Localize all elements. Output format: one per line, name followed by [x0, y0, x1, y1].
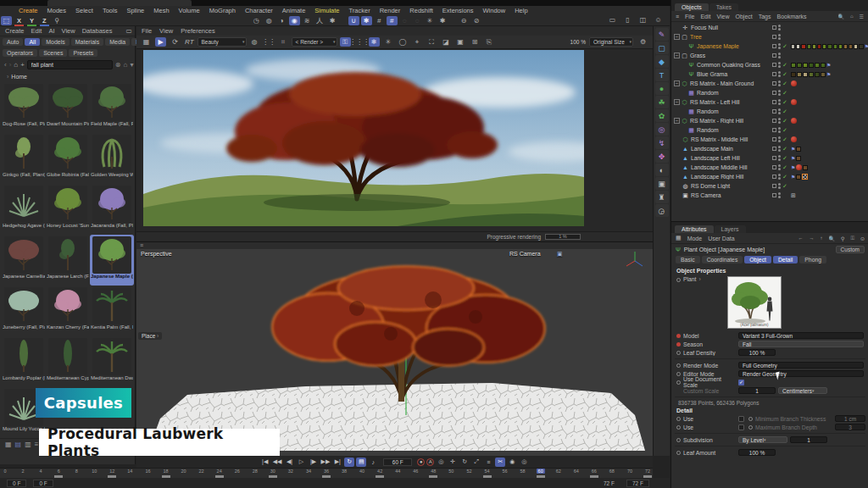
enable-toggle[interactable] [772, 128, 776, 132]
visibility-dots[interactable] [778, 80, 781, 86]
start-frame-field[interactable]: 0 F [7, 480, 26, 487]
phong-tag[interactable]: ⚑ [826, 71, 831, 77]
material-swatch[interactable] [801, 44, 805, 49]
timeline-tick[interactable]: 10 [92, 469, 97, 474]
plant-item[interactable]: Kentia Palm (Fall, Plant) [90, 286, 134, 336]
obj-menu-tags[interactable]: Tags [759, 14, 771, 19]
render-check[interactable]: ✓ [782, 71, 789, 78]
render-check[interactable]: ✓ [782, 174, 789, 180]
dim-tool-icon[interactable]: ◌ [399, 16, 410, 25]
material-swatch[interactable] [815, 63, 820, 68]
plant-item[interactable]: Dog-Rose (Fall, Plant) [2, 82, 46, 133]
attr-tab-phong[interactable]: Phong [799, 256, 826, 263]
home-filter-icon[interactable]: ⌂ [850, 14, 854, 19]
material-swatch[interactable] [809, 72, 814, 77]
object-row[interactable]: −⬡RS Matrix - Main Ground✓ [671, 79, 868, 88]
attr-tab-detail[interactable]: Detail [773, 256, 798, 263]
sim-clock-icon[interactable]: ◷ [251, 16, 262, 25]
timeline-tick[interactable]: 26 [235, 469, 240, 474]
plant-preview-thumbnail[interactable]: (Acer palmatum) [727, 276, 782, 329]
object-row[interactable]: ▦Random✓ [671, 125, 868, 135]
phong-tag[interactable]: ⚑ [865, 43, 868, 49]
parameter-dot-icon[interactable] [676, 363, 681, 368]
object-row[interactable]: ▦Random✓ [671, 107, 868, 116]
material-swatch[interactable] [809, 63, 814, 68]
plant-item[interactable]: Dwarf Mountain Pine (... [46, 82, 90, 133]
attribute-value-field[interactable]: 100 % [738, 349, 776, 356]
timeline-tick[interactable]: 58 [520, 469, 526, 474]
menu-simulate[interactable]: Simulate [314, 7, 339, 14]
grid-icon[interactable]: # [374, 16, 385, 25]
move-tool-icon[interactable]: ⬚ [1, 16, 12, 25]
camera-label[interactable]: RS Camera [509, 251, 541, 257]
plant-item[interactable]: Kanzan Cherry (Fall, Pl... [46, 286, 90, 336]
expand-toggle[interactable]: − [674, 99, 680, 105]
material-swatch[interactable] [821, 72, 826, 77]
grid-overlay-icon[interactable]: ⋮⋮ [264, 37, 275, 47]
plant-item[interactable]: Lombardy Poplar (Fall... [2, 336, 46, 387]
dropdown-field[interactable]: Centimeters ▾ [778, 387, 827, 394]
visibility-dots[interactable] [778, 90, 781, 96]
visibility-dots[interactable] [778, 192, 781, 198]
parameter-dot-icon[interactable] [676, 451, 681, 455]
region-circle-icon[interactable]: ◯ [398, 37, 409, 47]
enable-toggle[interactable] [772, 63, 776, 67]
spline-pen-icon[interactable]: ✎ [655, 28, 669, 41]
plant-item[interactable]: Field Maple (Fall, Plant) [90, 82, 134, 133]
timeline-tick[interactable]: 72 [645, 469, 650, 474]
visibility-dots[interactable] [778, 43, 781, 49]
menu-volume[interactable]: Volume [179, 7, 200, 14]
subtab-scenes[interactable]: Scenes [39, 49, 67, 57]
next-key-button[interactable]: ▶▶ [320, 458, 331, 467]
list-view-icon[interactable]: ▤ [15, 441, 22, 448]
phong-tag[interactable]: ⚑ [791, 146, 795, 152]
timeline-tick[interactable]: 68 [609, 469, 615, 474]
obj-menu-edit[interactable]: Edit [700, 14, 710, 19]
sim-half-icon[interactable]: ◑ [276, 16, 287, 25]
menu-select[interactable]: Select [75, 7, 93, 14]
enable-toggle[interactable] [772, 25, 776, 30]
play-button[interactable]: ▷ [297, 458, 307, 467]
image-icon[interactable]: ▣ [455, 37, 466, 47]
render-check[interactable]: ✓ [782, 118, 789, 125]
viewport[interactable]: ≡ [136, 241, 653, 456]
axis-z-button[interactable]: Z [40, 17, 49, 26]
rv-menu-preferences[interactable]: Preferences [181, 27, 214, 35]
phong-tag[interactable]: ⚑ [791, 164, 795, 170]
value-field[interactable]: 1 [738, 387, 776, 394]
visibility-dots[interactable] [778, 183, 781, 189]
crop-icon[interactable]: ⌗ [278, 37, 289, 47]
material-swatch[interactable] [803, 165, 808, 170]
compare-icon[interactable]: ◪ [441, 37, 452, 47]
render-settings-gear-icon[interactable]: ⚙ [637, 37, 648, 47]
enable-toggle[interactable] [772, 119, 776, 123]
copy-icon[interactable]: ⎘ [484, 37, 495, 47]
value-field[interactable]: 1 [790, 436, 827, 443]
timeline-tick[interactable]: 66 [592, 469, 597, 474]
viewport-menu-icon[interactable]: ≡ [140, 242, 143, 248]
timeline-tick[interactable]: 22 [199, 469, 204, 474]
tab-layers[interactable]: Layers [715, 225, 746, 233]
chevron-down-icon[interactable]: ▾ [130, 61, 133, 69]
timeline-tick[interactable]: 50 [448, 469, 453, 474]
keyframe-dot-icon[interactable] [676, 342, 681, 347]
timeline-tick[interactable]: 44 [395, 469, 400, 474]
coordinate-system-icon[interactable]: ⚲ [52, 16, 63, 25]
plant-item[interactable]: Japanese Maple (Fall, ... [90, 235, 134, 286]
material-swatch[interactable] [815, 72, 820, 77]
filter-tab-all[interactable]: All [25, 38, 40, 46]
subdivision-surface-icon[interactable]: ● [655, 82, 669, 95]
timeline-tick[interactable]: 4 [40, 469, 42, 474]
remove-icon[interactable]: ⊖ [459, 16, 470, 25]
plant-item[interactable]: Golden Weeping Willo... [90, 133, 134, 184]
redshift-object-tag[interactable] [791, 118, 797, 124]
material-icon[interactable]: ◶ [655, 204, 669, 217]
start-ipr-icon[interactable]: ▶ [155, 37, 166, 47]
end-frame-field[interactable]: 72 F [626, 480, 649, 487]
material-swatch[interactable] [833, 44, 837, 49]
material-swatch[interactable] [854, 44, 858, 49]
add-snapshot-icon[interactable]: ⊞ [470, 37, 481, 47]
redshift-object-tag[interactable] [796, 164, 802, 170]
use-checkbox[interactable]: ✓ [738, 416, 744, 422]
attr-menu-user-data[interactable]: User Data [708, 236, 735, 241]
